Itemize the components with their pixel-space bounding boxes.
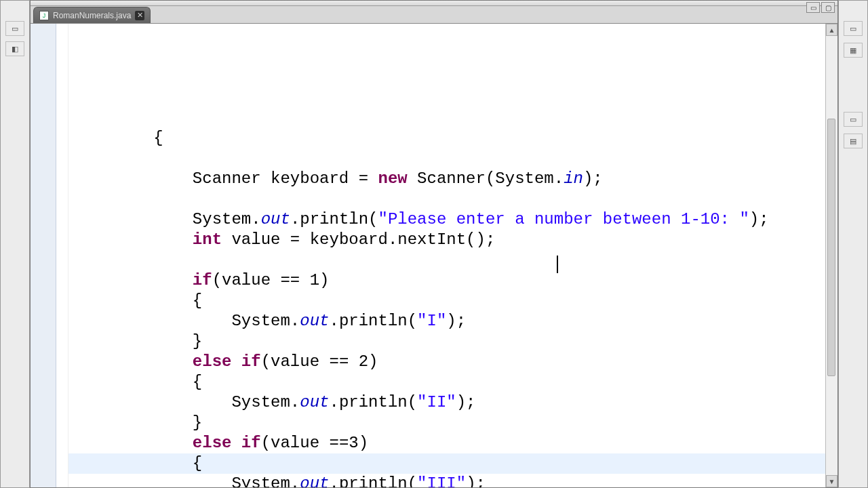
scroll-down-arrow[interactable]: ▼ xyxy=(826,475,837,487)
editor-body: { Scanner keyboard = new Scanner(System.… xyxy=(31,24,837,487)
editor-window: ▭ ▢ J RomanNumerals.java ✕ { Scanner key… xyxy=(30,0,838,488)
left-tool-1[interactable]: ▭ xyxy=(5,21,24,36)
maximize-button[interactable]: ▢ xyxy=(821,2,835,13)
right-tool-4[interactable]: ▤ xyxy=(844,134,863,148)
fold-ruler xyxy=(56,24,68,487)
scroll-up-arrow[interactable]: ▲ xyxy=(826,24,837,36)
left-tool-panel: ▭ ◧ xyxy=(0,0,30,488)
scroll-thumb[interactable] xyxy=(827,119,835,376)
app-root: ▭ ◧ ▭ ▢ J RomanNumerals.java ✕ { Scan xyxy=(0,0,868,488)
window-controls: ▭ ▢ xyxy=(806,2,835,13)
editor-tab[interactable]: J RomanNumerals.java ✕ xyxy=(33,7,151,23)
vertical-scrollbar[interactable]: ▲ ▼ xyxy=(825,24,837,487)
right-tool-3[interactable]: ▭ xyxy=(844,112,863,127)
right-tool-2[interactable]: ▦ xyxy=(844,43,863,58)
top-bar xyxy=(31,1,837,6)
right-tool-panel: ▭ ▦ ▭ ▤ xyxy=(838,0,868,488)
code-area[interactable]: { Scanner keyboard = new Scanner(System.… xyxy=(68,24,825,487)
left-tool-2[interactable]: ◧ xyxy=(5,41,24,56)
minimize-button[interactable]: ▭ xyxy=(806,2,820,13)
java-file-icon: J xyxy=(39,11,49,20)
right-tool-1[interactable]: ▭ xyxy=(844,21,863,36)
line-number-gutter xyxy=(31,24,56,487)
code-content: { Scanner keyboard = new Scanner(System.… xyxy=(75,128,825,487)
close-icon[interactable]: ✕ xyxy=(135,11,144,20)
tab-strip: J RomanNumerals.java ✕ xyxy=(31,6,837,24)
tab-filename: RomanNumerals.java xyxy=(53,11,131,20)
